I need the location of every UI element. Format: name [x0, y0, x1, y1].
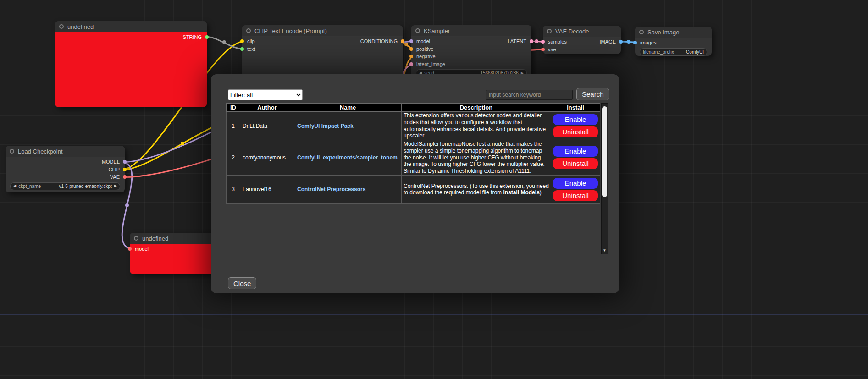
table-header-row: ID Author Name Description Install	[227, 104, 600, 112]
widget-value: ComfyUI	[686, 49, 704, 55]
cell-author: Fannovel16	[240, 175, 294, 203]
input-dot-positive[interactable]	[409, 47, 413, 51]
cell-author: Dr.Lt.Data	[240, 112, 294, 140]
slot-label: positive	[416, 46, 433, 52]
extension-link[interactable]: ComfyUI Impact Pack	[297, 123, 398, 129]
slot-label: model	[135, 246, 149, 252]
cell-description: ControlNet Preprocessors. (To use this e…	[402, 175, 551, 203]
cell-install: EnableUninstall	[551, 175, 600, 203]
output-dot-latent[interactable]	[530, 39, 533, 43]
cell-author: comfyanonymous	[240, 140, 294, 176]
slot-label: latent_image	[416, 61, 445, 67]
node-title: undefined	[67, 23, 94, 30]
slot-label: LATENT	[508, 38, 526, 44]
column-header-install: Install	[551, 104, 600, 112]
scrollbar-thumb[interactable]	[602, 106, 607, 197]
input-dot-negative[interactable]	[409, 55, 413, 58]
slot-label: VAE	[110, 174, 120, 180]
collapse-dot-icon[interactable]	[415, 28, 420, 33]
slot-label: images	[640, 40, 656, 45]
output-dot-conditioning[interactable]	[401, 39, 404, 43]
node-title: CLIP Text Encode (Prompt)	[254, 27, 327, 34]
node-title-bar[interactable]: KSampler	[411, 25, 531, 36]
node-title-bar[interactable]: undefined	[55, 21, 207, 32]
cell-name: ComfyUI_experiments/sampler_tonemap	[294, 140, 402, 176]
cell-install: EnableUninstall	[551, 140, 600, 176]
node-undefined-top[interactable]: undefined STRING	[55, 21, 207, 107]
node-graph-canvas[interactable]: undefined STRING CLIP Text Encode (Promp…	[0, 0, 868, 379]
node-load-checkpoint[interactable]: Load Checkpoint MODEL CLIP VAE ◀ ckpt_na…	[6, 146, 125, 192]
slot-label: STRING	[182, 34, 202, 40]
output-dot-image[interactable]	[619, 40, 623, 44]
node-title: Save Image	[647, 29, 679, 36]
increment-arrow-icon[interactable]: ▶	[114, 184, 117, 188]
ckpt-name-widget[interactable]: ◀ ckpt_name v1-5-pruned-emaonly.ckpt ▶	[10, 182, 120, 190]
column-header-author: Author	[240, 104, 294, 112]
node-title: Load Checkpoint	[18, 148, 63, 155]
uninstall-button[interactable]: Uninstall	[553, 158, 598, 169]
widget-label: ckpt_name	[18, 184, 41, 189]
slot-label: text	[247, 46, 255, 52]
slot-label: vae	[548, 47, 556, 52]
extensions-grid: ID Author Name Description Install 1Dr.L…	[226, 103, 608, 254]
collapse-dot-icon[interactable]	[547, 29, 552, 33]
node-title-bar[interactable]: VAE Decode	[543, 26, 621, 37]
node-title-bar[interactable]: CLIP Text Encode (Prompt)	[242, 25, 403, 36]
extension-link[interactable]: ComfyUI_experiments/sampler_tonemap	[297, 154, 398, 161]
node-save-image[interactable]: Save Image images filename_prefix ComfyU…	[635, 27, 712, 56]
uninstall-button[interactable]: Uninstall	[553, 190, 598, 201]
slot-label: CLIP	[109, 167, 120, 172]
extension-link[interactable]: ControlNet Preprocessors	[297, 186, 398, 192]
output-dot-vae[interactable]	[123, 175, 127, 179]
filename-prefix-widget[interactable]: filename_prefix ComfyUI	[640, 48, 707, 56]
collapse-dot-icon[interactable]	[246, 28, 251, 33]
extensions-tbody: 1Dr.Lt.DataComfyUI Impact PackThis exten…	[227, 112, 600, 204]
decrement-arrow-icon[interactable]: ◀	[13, 184, 16, 188]
input-dot-vae[interactable]	[541, 48, 545, 51]
widget-label: filename_prefix	[643, 49, 674, 55]
node-title-bar[interactable]: Save Image	[635, 27, 712, 38]
collapse-dot-icon[interactable]	[59, 24, 64, 29]
collapse-dot-icon[interactable]	[134, 236, 138, 241]
input-dot-model[interactable]	[128, 247, 132, 251]
cell-id: 1	[227, 112, 240, 140]
search-input[interactable]	[486, 90, 573, 100]
canvas-axis-horizontal	[0, 314, 868, 315]
uninstall-button[interactable]: Uninstall	[553, 126, 598, 137]
widget-value: v1-5-pruned-emaonly.ckpt	[59, 184, 111, 189]
table-row: 3Fannovel16ControlNet PreprocessorsContr…	[227, 175, 600, 203]
collapse-dot-icon[interactable]	[639, 30, 644, 34]
collapse-dot-icon[interactable]	[10, 149, 14, 154]
output-dot-string[interactable]	[205, 35, 209, 39]
close-button[interactable]: Close	[228, 277, 256, 289]
cell-id: 2	[227, 140, 240, 176]
slot-label: negative	[416, 54, 436, 59]
manager-dialog: Filter: all Search ID Author Name Descri…	[211, 74, 619, 293]
node-vae-decode[interactable]: VAE Decode samples vae IMAGE	[543, 26, 621, 54]
cell-name: ControlNet Preprocessors	[294, 175, 402, 203]
enable-button[interactable]: Enable	[553, 178, 598, 189]
cell-name: ComfyUI Impact Pack	[294, 112, 402, 140]
slot-label: MODEL	[102, 159, 120, 165]
table-row: 2comfyanonymousComfyUI_experiments/sampl…	[227, 140, 600, 176]
node-title: undefined	[142, 235, 168, 242]
output-dot-model[interactable]	[123, 160, 127, 164]
scroll-down-arrow-icon[interactable]: ▼	[602, 249, 608, 253]
enable-button[interactable]: Enable	[553, 146, 598, 157]
table-row: 1Dr.Lt.DataComfyUI Impact PackThis exten…	[227, 112, 600, 140]
node-title-bar[interactable]: Load Checkpoint	[6, 146, 125, 157]
input-dot-images[interactable]	[633, 41, 637, 44]
cell-description: ModelSamplerTonemapNoiseTest a node that…	[402, 140, 551, 176]
output-dot-clip[interactable]	[123, 168, 127, 171]
enable-button[interactable]: Enable	[553, 114, 598, 125]
node-title: KSampler	[424, 27, 450, 34]
filter-select[interactable]: Filter: all	[228, 89, 303, 100]
extensions-table: ID Author Name Description Install 1Dr.L…	[226, 103, 600, 204]
input-dot-text[interactable]	[240, 47, 244, 51]
column-header-name: Name	[294, 104, 402, 112]
search-button[interactable]: Search	[576, 88, 609, 100]
input-dot-latent-image[interactable]	[409, 62, 413, 66]
cell-install: EnableUninstall	[551, 112, 600, 140]
node-ksampler[interactable]: KSampler model positive negative latent_…	[411, 25, 531, 80]
scrollbar[interactable]: ▼	[601, 103, 608, 254]
